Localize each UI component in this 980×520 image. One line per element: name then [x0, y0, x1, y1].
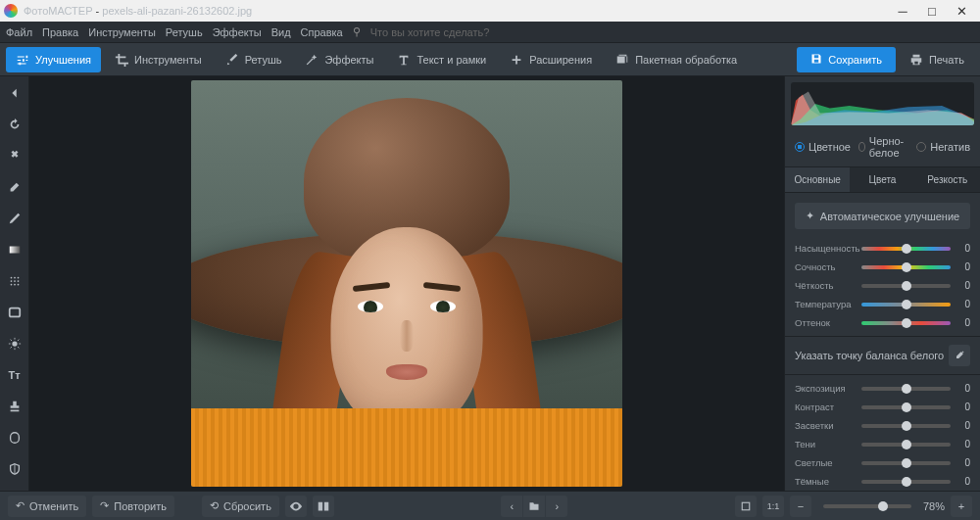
redo-icon: ↷: [100, 499, 109, 512]
crop-icon: [115, 53, 128, 67]
actual-size-button[interactable]: 1:1: [762, 496, 784, 517]
slider-Тёмные: Тёмные0: [785, 472, 980, 491]
slider-thumb[interactable]: [902, 262, 911, 272]
slider-track[interactable]: [861, 424, 951, 428]
search-icon[interactable]: ⚲: [353, 25, 361, 38]
text-tool-icon[interactable]: Tт: [4, 364, 25, 386]
slider-thumb[interactable]: [902, 384, 911, 394]
slider-track[interactable]: [861, 247, 951, 251]
menu-edit[interactable]: Правка: [42, 26, 78, 38]
zoom-in-button[interactable]: +: [951, 496, 972, 517]
tab-retouch[interactable]: Ретушь: [216, 47, 292, 72]
menu-view[interactable]: Вид: [271, 26, 291, 38]
menu-help[interactable]: Справка: [301, 26, 343, 38]
slider-label: Тени: [795, 439, 856, 449]
canvas[interactable]: [29, 76, 784, 491]
mode-bw[interactable]: Черно-белое: [858, 135, 908, 159]
tab-basic[interactable]: Основные: [785, 167, 850, 192]
slider-track[interactable]: [861, 284, 951, 288]
slider-Насыщенность: Насыщенность0: [785, 239, 980, 258]
vignette-icon[interactable]: [4, 302, 25, 323]
prev-button[interactable]: ‹: [501, 496, 522, 517]
next-button[interactable]: ›: [546, 496, 567, 517]
auto-enhance-button[interactable]: ✦Автоматическое улучшение: [795, 203, 970, 229]
save-button[interactable]: Сохранить: [797, 47, 896, 72]
slider-label: Чёткость: [795, 280, 856, 291]
tab-enhance[interactable]: Улучшения: [6, 47, 101, 72]
compare-toggle[interactable]: [313, 496, 334, 517]
pen-icon[interactable]: [4, 208, 25, 229]
tab-colors[interactable]: Цвета: [850, 167, 914, 192]
menu-tools[interactable]: Инструменты: [88, 26, 156, 38]
slider-value: 0: [956, 261, 970, 272]
slider-track[interactable]: [861, 480, 951, 484]
undo-button[interactable]: ↶Отменить: [8, 496, 86, 517]
browse-button[interactable]: [523, 496, 545, 517]
tab-tools[interactable]: Инструменты: [105, 47, 212, 72]
close-button[interactable]: ✕: [947, 0, 976, 22]
slider-thumb[interactable]: [902, 440, 911, 449]
wand-icon: ✦: [806, 210, 814, 222]
slider-thumb[interactable]: [902, 244, 911, 254]
slider-label: Контраст: [795, 402, 856, 412]
svg-point-4: [10, 280, 12, 282]
slider-thumb[interactable]: [902, 281, 911, 291]
svg-point-7: [10, 284, 12, 286]
eyedropper-button[interactable]: [949, 345, 970, 366]
reset-button[interactable]: ⟲Сбросить: [202, 496, 279, 517]
brush-icon: [225, 53, 239, 67]
slider-label: Тёмные: [795, 476, 856, 487]
heal-icon[interactable]: [4, 145, 25, 166]
gradient-icon[interactable]: [4, 239, 25, 260]
pattern-icon[interactable]: [4, 270, 25, 292]
tab-text[interactable]: Текст и рамки: [387, 47, 496, 72]
menu-effects[interactable]: Эффекты: [213, 26, 262, 38]
histogram[interactable]: [791, 82, 974, 125]
arrow-back-icon[interactable]: [4, 82, 25, 104]
slider-thumb[interactable]: [902, 318, 911, 328]
slider-label: Сочность: [795, 261, 856, 272]
fit-button[interactable]: [735, 496, 757, 517]
menu-retouch[interactable]: Ретушь: [166, 26, 203, 38]
search-hint[interactable]: Что вы хотите сделать?: [370, 26, 490, 38]
slider-thumb[interactable]: [902, 402, 911, 412]
light-icon[interactable]: [4, 333, 25, 355]
tab-extensions[interactable]: Расширения: [500, 47, 602, 72]
mode-negative[interactable]: Негатив: [916, 135, 970, 159]
zoom-out-button[interactable]: −: [790, 496, 811, 517]
slider-track[interactable]: [861, 321, 951, 325]
sliders-icon: [16, 53, 29, 67]
tab-batch[interactable]: Пакетная обработка: [606, 47, 747, 72]
slider-track[interactable]: [861, 461, 951, 465]
menu-file[interactable]: Файл: [6, 26, 32, 38]
shield-icon[interactable]: [4, 458, 25, 480]
slider-thumb[interactable]: [878, 501, 888, 511]
slider-value: 0: [956, 457, 970, 468]
print-button[interactable]: Печать: [900, 47, 974, 72]
paintbrush-icon[interactable]: [4, 176, 25, 198]
tab-sharp[interactable]: Резкость: [915, 167, 980, 192]
slider-value: 0: [956, 317, 970, 328]
adjust-tabs: Основные Цвета Резкость: [785, 167, 980, 193]
minimize-button[interactable]: ─: [888, 0, 917, 22]
slider-thumb[interactable]: [902, 458, 911, 468]
slider-value: 0: [956, 439, 970, 449]
tab-effects[interactable]: Эффекты: [295, 47, 383, 72]
slider-track[interactable]: [861, 405, 951, 409]
slider-track[interactable]: [861, 303, 951, 307]
slider-track[interactable]: [861, 387, 951, 391]
slider-thumb[interactable]: [902, 300, 911, 309]
slider-track[interactable]: [861, 443, 951, 447]
stamp-icon[interactable]: [4, 396, 25, 417]
preview-toggle[interactable]: [285, 496, 307, 517]
slider-track[interactable]: [861, 265, 951, 269]
mode-color[interactable]: Цветное: [795, 135, 851, 159]
face-icon[interactable]: [4, 427, 25, 449]
slider-thumb[interactable]: [902, 421, 911, 431]
rotate-icon[interactable]: [4, 114, 25, 135]
zoom-slider[interactable]: [823, 504, 911, 508]
redo-button[interactable]: ↷Повторить: [92, 496, 174, 517]
maximize-button[interactable]: □: [917, 0, 947, 22]
slider-value: 0: [956, 280, 970, 291]
slider-thumb[interactable]: [902, 477, 911, 487]
